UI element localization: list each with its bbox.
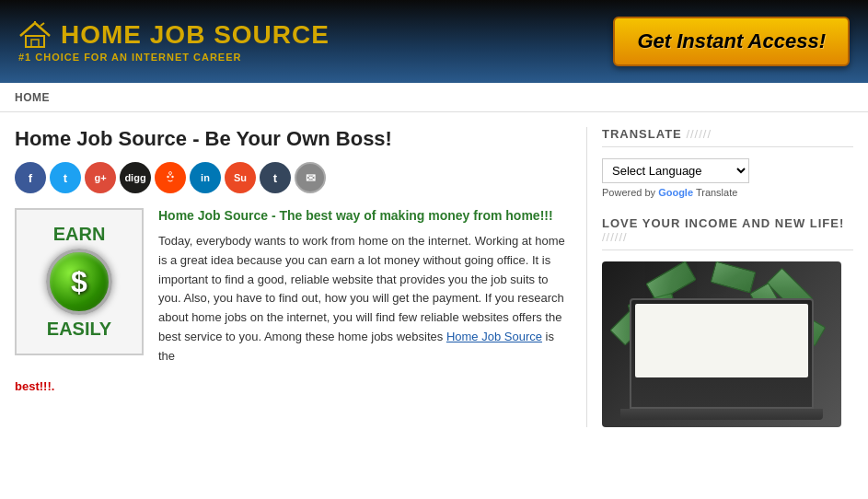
stumbleupon-icon[interactable]: Su [225,162,256,193]
svg-line-3 [41,23,44,26]
article-paragraph: Today, everybody wants to work from home… [158,232,572,366]
digg-icon[interactable]: digg [120,162,151,193]
love-income-title: LOVE YOUR INCOME AND NEW LIFE! [602,216,853,250]
svg-rect-0 [26,36,44,47]
reddit-icon[interactable] [155,162,186,193]
svg-point-6 [171,176,173,178]
tumblr-icon[interactable]: t [260,162,291,193]
love-income-section: LOVE YOUR INCOME AND NEW LIFE! [602,216,853,427]
navigation-bar: HOME [0,83,868,112]
article-body-text: Today, everybody wants to work from home… [158,234,565,343]
get-instant-access-button[interactable]: Get Instant Access! [613,17,850,66]
content-area: Home Job Source - Be Your Own Boss! f t … [15,127,572,427]
facebook-icon[interactable]: f [15,162,46,193]
site-header: HOME JOB SOURCE #1 CHOICE FOR AN INTERNE… [0,0,868,83]
translate-title-text: TRANSLATE [602,127,682,141]
social-icons-bar: f t g+ digg in Su t ✉ [15,162,572,193]
money-laptop-image [602,261,841,427]
page-title: Home Job Source - Be Your Own Boss! [15,127,572,151]
house-icon [18,21,52,49]
article-text: Home Job Source - The best way of making… [158,208,572,366]
laptop-base [620,409,823,420]
svg-point-5 [167,176,168,178]
logo-subtitle: #1 CHOICE FOR AN INTERNET CAREER [18,52,330,63]
love-income-title-text: LOVE YOUR INCOME AND NEW LIFE! [602,216,844,230]
dollar-sign: $ [71,265,87,299]
sidebar: TRANSLATE Select Language English Spanis… [586,127,853,427]
article-headline: Home Job Source - The best way of making… [158,208,572,223]
article-body: EARN $ EASILY Home Job Source - The best… [15,208,572,366]
svg-point-7 [169,172,172,175]
nav-home-link[interactable]: HOME [15,91,50,104]
logo-text: HOME JOB SOURCE [61,22,330,48]
translate-text: Translate [693,187,737,198]
logo-title: HOME JOB SOURCE [18,21,330,49]
powered-by-prefix: Powered by [602,187,658,198]
earn-text: EARN [53,224,106,245]
google-text: Google [658,187,693,198]
powered-by-text: Powered by Google Translate [602,187,853,198]
svg-rect-1 [31,40,39,47]
twitter-icon[interactable]: t [50,162,81,193]
home-job-source-link[interactable]: Home Job Source [446,330,542,343]
bill-2 [711,261,757,293]
translate-widget: TRANSLATE Select Language English Spanis… [602,127,853,198]
logo-area: HOME JOB SOURCE #1 CHOICE FOR AN INTERNE… [18,21,330,63]
earn-badge: EARN $ EASILY [15,208,144,355]
laptop-screen [635,304,808,377]
article-continuation: best!!!. [15,377,572,397]
translate-title: TRANSLATE [602,127,853,147]
language-select[interactable]: Select Language English Spanish French G… [602,158,749,183]
laptop-body [630,298,814,409]
googleplus-icon[interactable]: g+ [85,162,116,193]
email-share-icon[interactable]: ✉ [295,162,326,193]
main-container: Home Job Source - Be Your Own Boss! f t … [0,112,868,442]
dollar-circle: $ [46,249,112,315]
linkedin-icon[interactable]: in [190,162,221,193]
best-text: best!!!. [15,379,54,393]
easily-text: EASILY [47,319,111,340]
